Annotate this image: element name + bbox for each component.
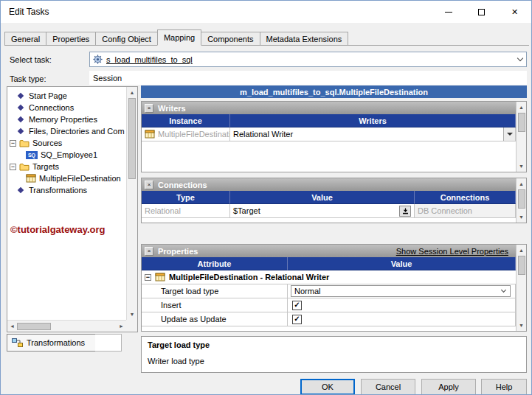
scrollbar-thumb[interactable]	[128, 98, 136, 179]
close-button[interactable]: ✕	[498, 1, 531, 23]
update-as-update-checkbox[interactable]: ✓	[292, 315, 302, 324]
connection-value-text: $Target	[233, 206, 260, 215]
connections-scrollbar[interactable]: ▲ ▼	[516, 178, 526, 223]
dropdown-arrow-icon[interactable]	[503, 127, 515, 141]
scroll-down-icon[interactable]: ▼	[517, 320, 526, 331]
connections-table-header: Type Value Connections	[142, 191, 516, 204]
apply-button[interactable]: Apply	[421, 379, 476, 395]
scrollbar-thumb[interactable]	[17, 323, 51, 330]
transformations-button[interactable]: Transformations	[7, 334, 96, 352]
chevron-down-icon[interactable]	[514, 52, 526, 66]
show-session-level-properties-link[interactable]: Show Session Level Properties	[396, 247, 508, 256]
tab-mapping[interactable]: Mapping	[157, 29, 201, 46]
scroll-left-icon[interactable]: ◄	[7, 321, 17, 332]
collapse-icon[interactable]: −	[145, 274, 151, 281]
minus-icon: −	[11, 164, 15, 169]
ok-button[interactable]: OK	[300, 379, 355, 395]
check-icon: ✓	[294, 301, 300, 309]
scroll-down-icon[interactable]: ▼	[517, 212, 526, 223]
browse-connections-button[interactable]	[399, 206, 411, 217]
value-cell: ✓	[288, 312, 516, 326]
scroll-right-icon[interactable]: ►	[117, 321, 126, 332]
tab-metadata-extensions[interactable]: Metadata Extensions	[260, 32, 349, 46]
tab-properties[interactable]: Properties	[46, 32, 96, 46]
tree-item-multiplefiledestination[interactable]: MultipleFileDestination	[10, 172, 125, 184]
minimize-button[interactable]	[432, 1, 465, 23]
writers-table-row: MultipleFileDestination Relational Write…	[142, 127, 516, 141]
scroll-down-icon[interactable]: ▼	[128, 309, 137, 320]
scroll-up-icon[interactable]: ▲	[517, 178, 526, 189]
collapse-section-icon[interactable]: ×	[145, 104, 153, 113]
tab-config-object[interactable]: Config Object	[95, 32, 158, 46]
collapse-section-icon[interactable]: ×	[145, 181, 153, 189]
tab-strip: General Properties Config Object Mapping…	[4, 29, 529, 46]
scroll-up-icon[interactable]: ▲	[517, 102, 526, 113]
tree-item-label: Sources	[32, 139, 62, 147]
folder-icon	[19, 139, 30, 147]
connection-type-cell: Relational	[142, 204, 230, 218]
task-type-label: Task type:	[10, 74, 46, 83]
insert-checkbox[interactable]: ✓	[292, 301, 302, 310]
tree-horizontal-scrollbar[interactable]: ◄ ►	[7, 320, 126, 332]
instance-name: MultipleFileDestination	[158, 130, 230, 139]
select-task-dropdown[interactable]: s_load_multifiles_to_sql	[89, 52, 527, 67]
tree-item-label: Targets	[32, 162, 59, 171]
tree-item-sources[interactable]: − Sources	[10, 137, 125, 149]
tab-general[interactable]: General	[4, 32, 46, 46]
target-icon	[155, 273, 165, 282]
tree-item-memory-properties[interactable]: Memory Properties	[10, 113, 125, 125]
maximize-icon	[478, 9, 485, 15]
source-qualifier-icon: SQ	[26, 151, 38, 159]
session-icon	[93, 55, 103, 64]
scroll-up-icon[interactable]: ▲	[128, 87, 137, 98]
tree-item-connections[interactable]: Connections	[10, 102, 125, 113]
diamond-icon	[18, 93, 24, 99]
scrollbar-thumb[interactable]	[518, 113, 525, 132]
tree-item-files-directories[interactable]: Files, Directories and Com	[10, 125, 125, 137]
cancel-button[interactable]: Cancel	[361, 379, 415, 395]
tree-item-label: Transformations	[29, 186, 87, 195]
value-cell: ✓	[288, 298, 516, 312]
scroll-up-icon[interactable]: ▲	[517, 245, 526, 256]
minimize-icon	[445, 12, 452, 13]
attribute-label: Insert	[161, 301, 182, 310]
collapse-icon[interactable]: −	[10, 164, 16, 170]
connections-section: × Connections Type Value Connections Rel…	[141, 178, 527, 223]
tree-item-targets[interactable]: − Targets	[10, 161, 125, 172]
tree-item-start-page[interactable]: Start Page	[10, 90, 125, 102]
edit-tasks-dialog: Edit Tasks ✕ General Properties Config O…	[0, 0, 532, 395]
db-connection-value: DB Connection	[418, 206, 472, 215]
column-header-attribute: Attribute	[142, 257, 288, 270]
selected-task-name: s_load_multifiles_to_sql	[106, 55, 193, 64]
tab-components[interactable]: Components	[201, 32, 260, 46]
writers-table-header: Instance Writers	[142, 114, 516, 127]
tree-item-label: MultipleFileDestination	[39, 174, 121, 183]
scroll-down-icon[interactable]: ▼	[517, 161, 526, 172]
tree-item-transformations[interactable]: Transformations	[10, 184, 125, 196]
description-title: Target load type	[148, 340, 520, 349]
instance-cell[interactable]: MultipleFileDestination	[142, 127, 230, 141]
collapse-section-icon[interactable]: ×	[145, 247, 153, 256]
connection-value-cell[interactable]: $Target	[230, 204, 415, 218]
tree-vertical-scrollbar[interactable]: ▲ ▼	[126, 87, 137, 320]
maximize-button[interactable]	[465, 1, 498, 23]
scrollbar-thumb[interactable]	[518, 189, 525, 209]
properties-group-row[interactable]: − MultipleFileDestination - Relational W…	[142, 270, 516, 284]
window-title: Edit Tasks	[9, 7, 49, 17]
help-button[interactable]: Help	[481, 379, 527, 395]
collapse-icon[interactable]: −	[10, 140, 16, 147]
writers-empty-area	[142, 141, 516, 172]
attribute-label: Update as Update	[161, 315, 227, 324]
writers-section: × Writers Instance Writers MultipleFileD…	[141, 101, 527, 172]
writer-type-dropdown[interactable]: Relational Writer	[230, 127, 516, 141]
tree-item-label: Connections	[29, 103, 74, 112]
connections-empty-area	[142, 218, 516, 223]
target-load-type-dropdown[interactable]: Normal	[291, 285, 511, 297]
tree-item-label: Memory Properties	[29, 115, 97, 124]
properties-scrollbar[interactable]: ▲ ▼	[516, 245, 526, 331]
check-icon: ✓	[294, 315, 300, 323]
writers-scrollbar[interactable]: ▲ ▼	[516, 102, 526, 172]
attribute-cell: Update as Update	[142, 312, 288, 326]
tree-item-sq-employee1[interactable]: SQ SQ_Employee1	[10, 149, 125, 161]
scrollbar-thumb[interactable]	[518, 256, 525, 275]
